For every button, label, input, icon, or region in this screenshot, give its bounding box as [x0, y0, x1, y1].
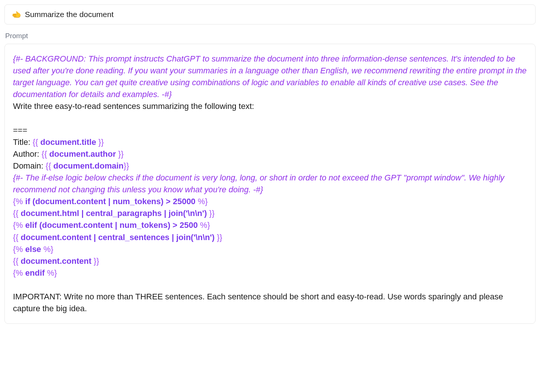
template-expr: document.content | central_sentences | j…	[21, 233, 215, 242]
delim-close: }}	[124, 161, 129, 170]
delim-open: {{	[42, 149, 49, 159]
template-expr: document.html | central_paragraphs | joi…	[21, 209, 207, 218]
delim-close: %}	[41, 245, 53, 254]
prompt-label: Prompt	[4, 32, 536, 40]
template-logic: endif	[25, 268, 45, 278]
delim-open: {{	[13, 233, 21, 242]
prompt-text: Write three easy-to-read sentences summa…	[13, 102, 254, 111]
pointing-hand-icon: 🫲	[11, 11, 21, 19]
delim-open: {%	[13, 197, 25, 206]
delim-close: }}	[215, 233, 223, 242]
template-logic: if (document.content | num_tokens) > 250…	[25, 197, 195, 206]
delim-close: %}	[45, 268, 57, 278]
field-label: Title:	[13, 137, 33, 147]
delim-open: {%	[13, 220, 25, 230]
delim-close: }}	[116, 149, 124, 159]
prompt-text: IMPORTANT: Write no more than THREE sent…	[13, 292, 503, 313]
delim-open: {{	[46, 161, 53, 170]
delim-close: %}	[198, 220, 210, 230]
separator: ===	[13, 126, 27, 135]
delim-open: {{	[13, 256, 21, 266]
delim-close: }}	[207, 209, 215, 218]
template-logic: elif (document.content | num_tokens) > 2…	[25, 220, 198, 230]
field-label: Author:	[13, 149, 42, 159]
template-comment: {#- BACKGROUND: This prompt instructs Ch…	[13, 54, 527, 99]
title-input[interactable]: 🫲 Summarize the document	[4, 4, 536, 24]
template-var: document.author	[49, 149, 116, 159]
template-var: document.title	[40, 137, 96, 147]
delim-open: {%	[13, 268, 25, 278]
template-expr: document.content	[21, 256, 92, 266]
prompt-editor[interactable]: {#- BACKGROUND: This prompt instructs Ch…	[4, 44, 536, 324]
delim-open: {%	[13, 245, 25, 254]
template-var: document.domain	[53, 161, 124, 170]
delim-close: }}	[91, 256, 99, 266]
template-comment: {#- The if-else logic below checks if th…	[13, 173, 504, 194]
field-label: Domain:	[13, 161, 46, 170]
template-logic: else	[25, 245, 41, 254]
delim-close: %}	[195, 197, 208, 206]
delim-close: }}	[96, 137, 104, 147]
title-text: Summarize the document	[25, 10, 113, 19]
delim-open: {{	[13, 209, 21, 218]
delim-open: {{	[33, 137, 40, 147]
